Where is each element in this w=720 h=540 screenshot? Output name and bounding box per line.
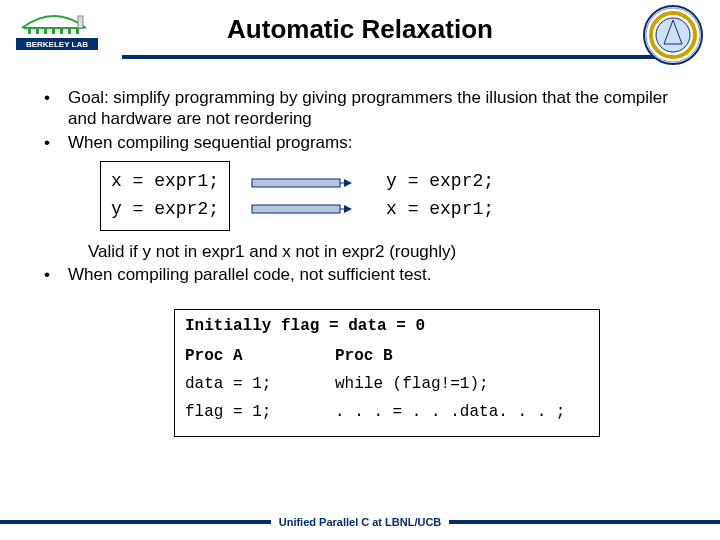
svg-rect-16 bbox=[252, 205, 340, 213]
slide-content: • Goal: simplify programming by giving p… bbox=[0, 59, 720, 437]
bullet-1-text: Goal: simplify programming by giving pro… bbox=[68, 87, 676, 130]
arrow-top-icon bbox=[248, 173, 358, 193]
table-header-b: Proc B bbox=[335, 346, 589, 366]
footer-label: Unified Parallel C at LBNL/UCB bbox=[271, 516, 450, 528]
bullet-3: • When compiling parallel code, not suff… bbox=[44, 264, 676, 285]
slide-title: Automatic Relaxation bbox=[12, 14, 708, 45]
seal-logo bbox=[642, 4, 704, 70]
code-left-line1: x = expr1; bbox=[111, 168, 219, 196]
code-box-left: x = expr1; y = expr2; bbox=[100, 161, 230, 231]
bullet-2-text: When compiling sequential programs: bbox=[68, 132, 676, 153]
validity-note: Valid if y not in expr1 and x not in exp… bbox=[88, 241, 676, 262]
svg-rect-2 bbox=[44, 28, 47, 34]
code-left-line2: y = expr2; bbox=[111, 196, 219, 224]
arrow-group bbox=[248, 173, 358, 219]
svg-rect-6 bbox=[76, 28, 79, 34]
svg-rect-5 bbox=[68, 28, 71, 34]
arrow-bottom-icon bbox=[248, 199, 358, 219]
svg-rect-4 bbox=[60, 28, 63, 34]
table-a2: flag = 1; bbox=[185, 402, 335, 422]
bullet-1: • Goal: simplify programming by giving p… bbox=[44, 87, 676, 130]
svg-point-12 bbox=[656, 18, 690, 52]
svg-rect-1 bbox=[36, 28, 39, 34]
code-right-line2: x = expr1; bbox=[386, 196, 494, 224]
footer: Unified Parallel C at LBNL/UCB bbox=[0, 516, 720, 528]
svg-rect-7 bbox=[78, 16, 83, 28]
bullet-3-text: When compiling parallel code, not suffic… bbox=[68, 264, 676, 285]
svg-rect-3 bbox=[52, 28, 55, 34]
table-b1: while (flag!=1); bbox=[335, 374, 589, 394]
code-box-right: y = expr2; x = expr1; bbox=[376, 162, 504, 230]
svg-rect-0 bbox=[28, 28, 31, 34]
table-b2: . . . = . . .data. . . ; bbox=[335, 402, 589, 422]
title-rule bbox=[122, 55, 658, 59]
code-transform-row: x = expr1; y = expr2; y = expr2; x = exp… bbox=[100, 161, 676, 231]
bullet-2: • When compiling sequential programs: bbox=[44, 132, 676, 153]
table-a1: data = 1; bbox=[185, 374, 335, 394]
table-init: Initially flag = data = 0 bbox=[185, 316, 589, 342]
parallel-example-box: Initially flag = data = 0 Proc A Proc B … bbox=[174, 309, 600, 437]
svg-text:BERKELEY LAB: BERKELEY LAB bbox=[26, 40, 88, 49]
svg-rect-14 bbox=[252, 179, 340, 187]
code-right-line1: y = expr2; bbox=[386, 168, 494, 196]
lab-logo: BERKELEY LAB bbox=[14, 8, 102, 56]
table-header-a: Proc A bbox=[185, 346, 335, 366]
